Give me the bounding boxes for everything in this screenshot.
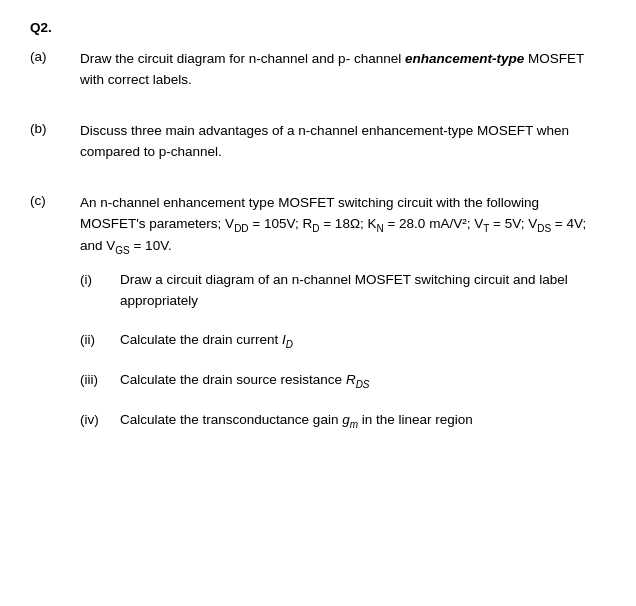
sub-part-iv-label: (iv) — [80, 410, 120, 431]
part-b: (b) Discuss three main advantages of a n… — [30, 121, 606, 163]
sub-part-ii-label: (ii) — [80, 330, 120, 351]
sub-part-iii-content: Calculate the drain source resistance RD… — [120, 370, 606, 392]
part-b-label: (b) — [30, 121, 80, 136]
part-c-content: An n-channel enhancement type MOSFET swi… — [80, 193, 606, 451]
sub-part-iii-label: (iii) — [80, 370, 120, 391]
sub-part-ii: (ii) Calculate the drain current ID — [80, 330, 606, 352]
part-a: (a) Draw the circuit diagram for n-chann… — [30, 49, 606, 91]
sub-part-ii-content: Calculate the drain current ID — [120, 330, 606, 352]
sub-part-iii-var: RDS — [346, 372, 370, 387]
sub-part-ii-var: ID — [282, 332, 293, 347]
part-a-content: Draw the circuit diagram for n-channel a… — [80, 49, 606, 91]
sub-part-i: (i) Draw a circuit diagram of an n-chann… — [80, 270, 606, 312]
sub-parts: (i) Draw a circuit diagram of an n-chann… — [80, 270, 606, 432]
question-container: Q2. (a) Draw the circuit diagram for n-c… — [30, 20, 606, 450]
sub-part-i-label: (i) — [80, 270, 120, 291]
part-c-label: (c) — [30, 193, 80, 208]
part-c-text: An n-channel enhancement type MOSFET swi… — [80, 195, 586, 253]
sub-part-iv: (iv) Calculate the transconductance gain… — [80, 410, 606, 432]
sub-part-i-content: Draw a circuit diagram of an n-channel M… — [120, 270, 606, 312]
part-b-content: Discuss three main advantages of a n-cha… — [80, 121, 606, 163]
part-c: (c) An n-channel enhancement type MOSFET… — [30, 193, 606, 451]
part-a-label: (a) — [30, 49, 80, 64]
question-number: Q2. — [30, 20, 606, 35]
sub-part-iv-var: gm — [342, 412, 358, 427]
sub-part-iv-content: Calculate the transconductance gain gm i… — [120, 410, 606, 432]
sub-part-iii: (iii) Calculate the drain source resista… — [80, 370, 606, 392]
